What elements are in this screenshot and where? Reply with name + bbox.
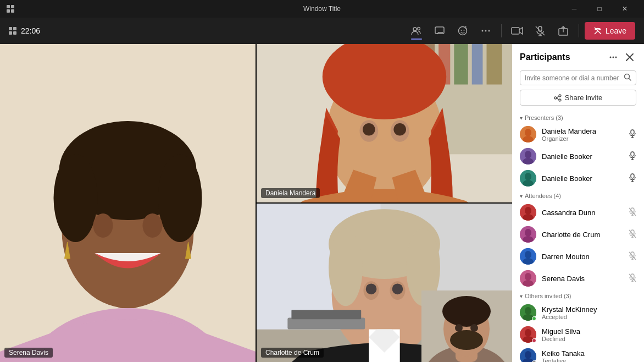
close-button[interactable]: ✕	[612, 0, 637, 18]
attendees-section-header: ▾ Attendees (4)	[512, 189, 644, 201]
svg-point-46	[329, 228, 363, 306]
share-button[interactable]	[553, 21, 573, 41]
phone-icon	[593, 26, 602, 35]
reactions-button[interactable]	[453, 21, 473, 41]
svg-rect-90	[631, 174, 634, 178]
svg-point-51	[392, 283, 403, 294]
reactions-icon	[457, 25, 468, 36]
leave-button[interactable]: Leave	[585, 22, 635, 40]
panel-title: Participants	[520, 52, 570, 62]
svg-rect-54	[291, 310, 361, 319]
layout-icon[interactable]	[9, 27, 16, 35]
avatar-img-1	[520, 148, 536, 164]
chat-button[interactable]	[430, 21, 449, 41]
toolbar-separator-2	[579, 24, 579, 37]
svg-point-50	[366, 283, 377, 294]
svg-point-3	[458, 27, 467, 35]
meeting-toolbar: 22:06	[0, 18, 644, 44]
panel-close-icon	[626, 53, 634, 61]
invite-input-wrapper	[520, 70, 636, 85]
avatar-danielle-booker-2	[520, 170, 536, 187]
share-invite-button[interactable]: Share invite	[520, 90, 636, 106]
other-info-1: Miguel Silva Declined	[542, 327, 636, 342]
avatar-wrapper-1	[520, 148, 536, 164]
svg-line-69	[629, 79, 631, 81]
avatar-wrapper-keiko	[520, 348, 536, 362]
panel-more-icon	[609, 53, 618, 62]
presenter-name-2: Danielle Booker	[542, 174, 623, 183]
presenter-info-2: Danielle Booker	[542, 174, 623, 183]
app-grid-icon	[7, 5, 14, 13]
presenters-chevron: ▾	[520, 115, 523, 121]
svg-rect-9	[512, 28, 519, 34]
presenter-item-1[interactable]: Danielle Booker	[512, 145, 644, 167]
svg-point-61	[455, 324, 463, 332]
svg-rect-78	[631, 130, 634, 134]
attendee-item-2[interactable]: Darren Mouton	[512, 245, 644, 267]
people-icon	[411, 25, 422, 36]
mic-muted-icon-1	[629, 229, 636, 240]
maximize-button[interactable]: □	[587, 0, 612, 18]
mic-button[interactable]	[530, 21, 550, 41]
presenter-name-1: Danielle Booker	[542, 152, 623, 161]
avatar-wrapper-charlotte	[520, 226, 536, 243]
minimize-button[interactable]: ─	[562, 0, 587, 18]
others-section-header: ▾ Others invited (3)	[512, 289, 644, 301]
panel-more-button[interactable]	[607, 51, 620, 64]
mic-muted-icon-2	[629, 251, 636, 262]
other-item-0[interactable]: Krystal McKinney Accepted	[512, 301, 644, 323]
avatar-img-2	[520, 170, 536, 187]
svg-point-8	[488, 30, 490, 32]
participants-panel: Participants	[512, 44, 644, 362]
charlotte-label: Charlotte de Crum	[261, 348, 324, 358]
other-item-1[interactable]: Miguel Silva Declined	[512, 323, 644, 345]
mic-icon-0	[629, 129, 636, 140]
svg-point-70	[559, 95, 561, 97]
video-tile-4	[421, 290, 512, 362]
more-options-button[interactable]	[476, 21, 496, 41]
share-invite-icon	[554, 94, 562, 102]
avatar-img-charlotte	[520, 226, 536, 243]
invite-input[interactable]	[525, 74, 624, 82]
attendee-item-3[interactable]: Serena Davis	[512, 267, 644, 289]
video-tile-daniela: Daniela Mandera	[257, 44, 512, 202]
camera-button[interactable]	[507, 21, 527, 41]
avatar-img-cassandra	[520, 204, 536, 221]
status-dot-krystal	[532, 316, 536, 321]
presenter-role-0: Organizer	[542, 135, 623, 142]
panel-close-button[interactable]	[623, 51, 636, 64]
mic-muted-icon-0	[629, 207, 636, 218]
svg-point-64	[613, 57, 614, 58]
mic-icon-1	[629, 151, 636, 162]
panel-header: Participants	[512, 44, 644, 68]
svg-point-65	[615, 57, 617, 58]
other-name-2: Keiko Tanaka	[542, 349, 636, 358]
status-dot-miguel	[532, 338, 536, 343]
presenter-item-2[interactable]: Danielle Booker	[512, 167, 644, 189]
svg-rect-29	[472, 44, 483, 85]
avatar-darren	[520, 248, 536, 265]
svg-point-122	[525, 307, 531, 315]
presenter-info-0: Daniela Mandera Organizer	[542, 127, 623, 142]
other-info-2: Keiko Tanaka Tentative	[542, 349, 636, 363]
attendee-item-1[interactable]: Charlotte de Crum	[512, 223, 644, 245]
presenter-item-0[interactable]: Daniela Mandera Organizer	[512, 123, 644, 145]
attendees-chevron: ▾	[520, 193, 523, 199]
avatar-cassandra	[520, 204, 536, 221]
avatar-daniela-mandera	[520, 126, 536, 142]
svg-point-76	[525, 129, 531, 136]
avatar-serena	[520, 270, 536, 287]
svg-point-94	[525, 207, 531, 215]
other-status-1: Declined	[542, 336, 636, 342]
attendees-label: Attendees (4)	[525, 193, 561, 199]
other-item-2[interactable]: Keiko Tanaka Tentative	[512, 345, 644, 362]
avatar-wrapper-cassandra	[520, 204, 536, 221]
mic-icon-2	[629, 173, 636, 184]
avatar-wrapper-2	[520, 170, 536, 187]
people-button[interactable]	[407, 21, 426, 41]
unknown-video-bg	[421, 290, 512, 362]
svg-point-0	[413, 28, 417, 31]
participants-list: ▾ Presenters (3) Daniela Mandera	[512, 111, 644, 362]
attendee-item-0[interactable]: Cassandra Dunn	[512, 201, 644, 223]
camera-icon	[511, 25, 523, 36]
